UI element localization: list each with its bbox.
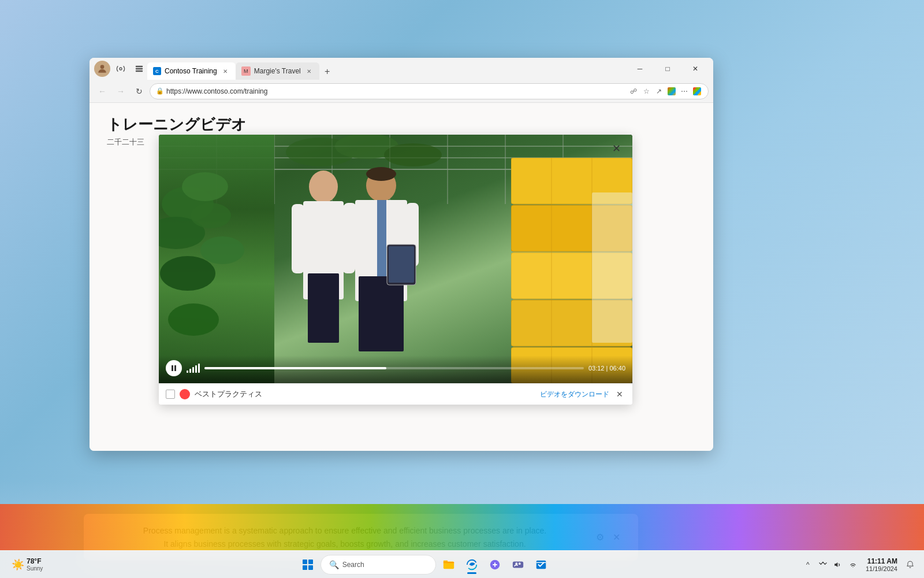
svg-point-21 — [168, 303, 219, 336]
weather-info: 78°F Sunny — [27, 557, 43, 572]
search-icon: 🔍 — [329, 560, 339, 569]
weather-widget[interactable]: ☀️ 78°F Sunny — [7, 555, 47, 574]
download-close-button[interactable]: ✕ — [614, 388, 625, 400]
page-title: トレーニングビデオ — [107, 114, 696, 135]
margie-favicon: M — [241, 66, 251, 76]
tab-contoso[interactable]: C Contoso Training ✕ — [147, 62, 236, 80]
tab-margie[interactable]: M Margie's Travel ✕ — [236, 62, 319, 80]
tray-network[interactable] — [816, 558, 830, 572]
search-placeholder: Search — [342, 561, 364, 569]
svg-rect-47 — [172, 365, 173, 371]
video-progress-row: 03:12 | 06:40 — [166, 360, 625, 376]
download-checkbox[interactable] — [166, 390, 175, 399]
svg-rect-24 — [308, 273, 339, 343]
desktop: C Contoso Training ✕ M Margie's Travel ✕… — [0, 0, 924, 578]
video-frame — [159, 135, 632, 383]
svg-rect-25 — [292, 204, 304, 273]
svg-rect-31 — [359, 276, 404, 351]
address-bar-row: ← → ↻ 🔒 https://www.contoso.com/training… — [90, 80, 713, 103]
svg-point-18 — [191, 203, 231, 228]
contoso-favicon: C — [153, 67, 161, 75]
profile-button[interactable] — [94, 61, 110, 77]
clock-area[interactable]: 11:11 AM 11/19/2024 — [863, 556, 900, 573]
tray-volume[interactable] — [831, 558, 845, 572]
svg-point-46 — [384, 143, 442, 166]
taskbar-right: ^ 11:11 AM 11/19/2024 — [801, 556, 917, 573]
extension-button[interactable] — [113, 61, 129, 77]
svg-rect-4 — [136, 71, 143, 72]
taskbar-app-copilot[interactable] — [485, 554, 505, 575]
play-pause-button[interactable] — [166, 360, 182, 376]
windows-logo — [303, 560, 313, 570]
system-tray: ^ — [801, 558, 860, 572]
search-bar[interactable]: 🔍 Search — [321, 555, 436, 575]
address-box[interactable]: 🔒 https://www.contoso.com/training ☍ ☆ ↗… — [150, 83, 709, 99]
taskbar-app-file-explorer[interactable] — [438, 554, 459, 575]
svg-rect-32 — [344, 203, 356, 266]
tabs-area: C Contoso Training ✕ M Margie's Travel ✕… — [147, 58, 627, 80]
taskbar-left: ☀️ 78°F Sunny — [7, 555, 47, 574]
svg-point-55 — [519, 562, 521, 565]
video-close-button[interactable]: ✕ — [608, 140, 624, 157]
svg-rect-51 — [443, 560, 447, 562]
minimize-button[interactable]: ─ — [627, 60, 653, 77]
clock-time: 11:11 AM — [867, 557, 897, 565]
weather-condition: Sunny — [27, 565, 43, 572]
extensions-icon[interactable]: ⋯ — [679, 86, 690, 97]
title-bar-left — [94, 61, 147, 77]
share-icon[interactable]: ↗ — [654, 86, 664, 97]
download-bar: ベストプラクティス ビデオをダウンロード ✕ — [159, 383, 632, 405]
maximize-button[interactable]: □ — [654, 60, 681, 77]
video-container[interactable]: 03:12 | 06:40 — [159, 135, 632, 383]
download-action-button[interactable]: ビデオをダウンロード — [540, 390, 609, 399]
taskbar: ☀️ 78°F Sunny 🔍 Search — [0, 550, 924, 578]
notification-button[interactable] — [903, 558, 917, 572]
tab-margie-close[interactable]: ✕ — [304, 66, 314, 76]
taskbar-app-edge[interactable] — [461, 554, 482, 575]
forward-button[interactable]: → — [113, 83, 129, 99]
start-button[interactable] — [297, 554, 318, 575]
svg-marker-57 — [834, 562, 837, 566]
tray-chevron[interactable]: ^ — [801, 558, 815, 572]
wallpaper-strip — [0, 504, 924, 550]
svg-point-54 — [515, 562, 517, 565]
svg-point-19 — [160, 256, 215, 291]
taskbar-app-teams[interactable] — [508, 554, 528, 575]
svg-point-0 — [100, 65, 105, 69]
back-button[interactable]: ← — [94, 83, 110, 99]
video-time: 03:12 | 06:40 — [588, 365, 625, 372]
video-modal: ✕ — [159, 135, 632, 405]
svg-rect-35 — [389, 246, 414, 283]
reader-mode-icon[interactable]: ☍ — [628, 86, 639, 97]
tab-margie-title: Margie's Travel — [254, 67, 301, 75]
refresh-button[interactable]: ↻ — [131, 83, 147, 99]
history-button[interactable] — [131, 61, 147, 77]
video-progress-fill — [204, 367, 386, 369]
taskbar-app-store[interactable] — [531, 554, 552, 575]
video-progress-bar[interactable] — [204, 367, 584, 369]
new-tab-button[interactable]: + — [319, 64, 336, 80]
taskbar-center: 🔍 Search — [47, 554, 801, 575]
volume-control[interactable] — [187, 364, 200, 373]
close-button[interactable]: ✕ — [682, 60, 709, 77]
collections-icon[interactable] — [666, 86, 677, 97]
svg-rect-48 — [174, 365, 176, 371]
edge-brand-icon — [692, 86, 702, 97]
window-controls: ─ □ ✕ — [627, 60, 709, 77]
weather-icon: ☀️ — [12, 558, 24, 571]
title-bar: C Contoso Training ✕ M Margie's Travel ✕… — [90, 58, 713, 80]
svg-point-49 — [182, 391, 188, 397]
tab-contoso-close[interactable]: ✕ — [221, 66, 230, 76]
address-icons: ☍ ☆ ↗ ⋯ — [628, 86, 702, 97]
svg-rect-2 — [136, 66, 143, 68]
weather-temp: 78°F — [27, 557, 43, 565]
svg-rect-53 — [512, 561, 523, 568]
tray-wifi[interactable] — [846, 558, 860, 572]
svg-point-1 — [120, 68, 122, 70]
svg-point-58 — [852, 566, 853, 567]
svg-rect-3 — [136, 68, 143, 70]
svg-point-16 — [182, 172, 228, 201]
url-text: https://www.contoso.com/training — [166, 87, 628, 95]
favorites-icon[interactable]: ☆ — [641, 86, 651, 97]
download-favicon — [180, 389, 190, 399]
